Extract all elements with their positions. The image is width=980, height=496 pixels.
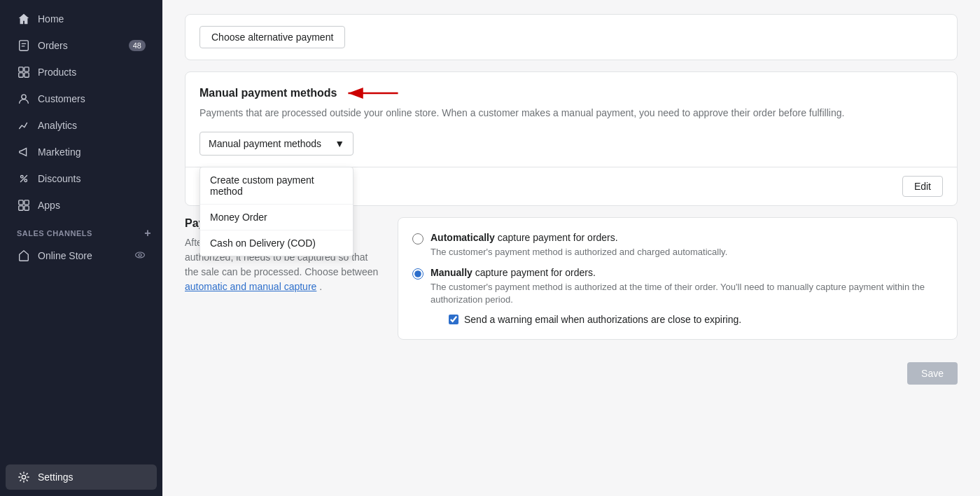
sidebar-item-customers-label: Customers [38, 93, 85, 104]
svg-rect-2 [24, 67, 29, 71]
dropdown-chevron-icon: ▼ [335, 138, 344, 149]
sidebar-item-orders[interactable]: Orders 48 [6, 33, 157, 58]
apps-icon [17, 198, 31, 212]
add-channel-icon[interactable]: + [144, 227, 151, 240]
manual-label-bold: Manually [430, 267, 472, 278]
dropdown-item-cod[interactable]: Cash on Delivery (COD) [200, 230, 353, 256]
warning-email-label: Send a warning email when authorizations… [464, 314, 741, 325]
alternative-payment-section: Choose alternative payment [186, 15, 957, 60]
svg-point-12 [136, 252, 145, 258]
auto-label-bold: Automatically [430, 232, 495, 243]
sidebar-item-home-label: Home [38, 13, 64, 25]
sidebar-item-analytics[interactable]: Analytics [6, 113, 157, 138]
sidebar-item-marketing-label: Marketing [38, 146, 80, 158]
sidebar-item-apps-label: Apps [38, 200, 60, 211]
svg-rect-3 [19, 73, 23, 77]
auto-label-suffix: capture payment for orders. [495, 232, 618, 243]
warning-email-checkbox[interactable] [449, 315, 458, 324]
sidebar-item-analytics-label: Analytics [38, 120, 77, 131]
manual-label-suffix: capture payment for orders. [472, 267, 596, 278]
payment-capture-desc-suffix: . [319, 281, 322, 292]
auto-capture-radio[interactable] [412, 233, 424, 244]
choose-alternative-payment-button[interactable]: Choose alternative payment [200, 26, 345, 48]
visibility-icon[interactable] [134, 249, 146, 263]
settings-icon [17, 470, 31, 484]
dropdown-container: Manual payment methods ▼ Create custom p… [186, 132, 957, 167]
sidebar-item-online-store[interactable]: Online Store [6, 243, 157, 268]
marketing-icon [17, 145, 31, 159]
payment-capture-card: Automatically capture payment for orders… [398, 217, 958, 340]
dropdown-menu: Create custom payment method Money Order… [200, 167, 354, 256]
auto-capture-label: Automatically capture payment for orders… [430, 232, 727, 243]
sidebar-item-products-label: Products [38, 67, 76, 78]
svg-rect-10 [19, 206, 23, 210]
auto-capture-label-block: Automatically capture payment for orders… [430, 232, 727, 259]
edit-button[interactable]: Edit [902, 176, 943, 197]
sidebar-item-apps[interactable]: Apps [6, 193, 157, 218]
content-area: Choose alternative payment Manual paymen… [162, 0, 980, 410]
sales-channels-label: SALES CHANNELS [17, 229, 92, 237]
svg-point-14 [22, 475, 25, 478]
save-button[interactable]: Save [907, 362, 958, 385]
analytics-icon [17, 118, 31, 132]
main-content: Choose alternative payment Manual paymen… [162, 0, 980, 496]
sidebar-item-discounts[interactable]: Discounts [6, 166, 157, 191]
manual-payment-description: Payments that are processed outside your… [186, 106, 957, 132]
manual-payment-dropdown[interactable]: Manual payment methods ▼ [200, 132, 354, 156]
sidebar-item-customers[interactable]: Customers [6, 86, 157, 111]
orders-icon [17, 39, 31, 53]
sidebar-item-discounts-label: Discounts [38, 173, 80, 184]
alternative-payment-card: Choose alternative payment [185, 14, 958, 60]
save-row: Save [185, 351, 958, 396]
customers-icon [17, 92, 31, 106]
manual-capture-label: Manually capture payment for orders. [430, 267, 943, 278]
dropdown-item-money-order[interactable]: Money Order [200, 205, 353, 230]
payment-capture-right: Automatically capture payment for orders… [398, 217, 958, 340]
auto-capture-option: Automatically capture payment for orders… [412, 232, 943, 259]
svg-point-5 [22, 95, 26, 99]
orders-badge: 48 [129, 40, 146, 51]
home-icon [17, 12, 31, 26]
dropdown-selected-label: Manual payment methods [209, 138, 321, 149]
auto-capture-sublabel: The customer's payment method is authori… [430, 246, 727, 259]
sidebar-item-orders-label: Orders [38, 40, 68, 51]
svg-rect-1 [19, 67, 23, 71]
sidebar-item-settings[interactable]: Settings [6, 464, 157, 490]
online-store-icon [17, 249, 31, 263]
manual-capture-label-block: Manually capture payment for orders. The… [430, 267, 943, 324]
warning-email-row: Send a warning email when authorizations… [449, 314, 943, 325]
auto-manual-capture-link[interactable]: automatic and manual capture [185, 281, 316, 292]
manual-payment-card: Manual payment methods Payments that are… [185, 71, 958, 206]
dropdown-item-create-custom[interactable]: Create custom payment method [200, 167, 353, 205]
discounts-icon [17, 172, 31, 186]
manual-payment-title: Manual payment methods [200, 87, 337, 99]
svg-rect-9 [24, 200, 29, 205]
svg-rect-4 [24, 73, 29, 77]
products-icon [17, 65, 31, 79]
svg-point-6 [21, 176, 24, 179]
svg-point-13 [139, 254, 141, 256]
svg-point-7 [24, 179, 27, 182]
manual-capture-radio[interactable] [412, 268, 424, 280]
manual-payment-header: Manual payment methods [186, 72, 957, 106]
sidebar-bottom: Settings [0, 464, 162, 490]
svg-rect-0 [20, 41, 29, 50]
svg-rect-8 [19, 200, 23, 205]
sidebar-item-products[interactable]: Products [6, 60, 157, 85]
manual-capture-sublabel: The customer's payment method is authori… [430, 281, 943, 306]
arrow-indicator [345, 86, 401, 100]
sidebar-item-settings-label: Settings [38, 471, 74, 483]
svg-rect-11 [24, 206, 29, 210]
sidebar-item-home[interactable]: Home [6, 6, 157, 32]
manual-capture-option: Manually capture payment for orders. The… [412, 267, 943, 324]
sidebar-item-online-store-label: Online Store [38, 250, 92, 261]
sidebar: Home Orders 48 Products Customers Analyt… [0, 0, 162, 496]
sales-channels-header: SALES CHANNELS + [0, 219, 162, 242]
sidebar-item-marketing[interactable]: Marketing [6, 139, 157, 165]
